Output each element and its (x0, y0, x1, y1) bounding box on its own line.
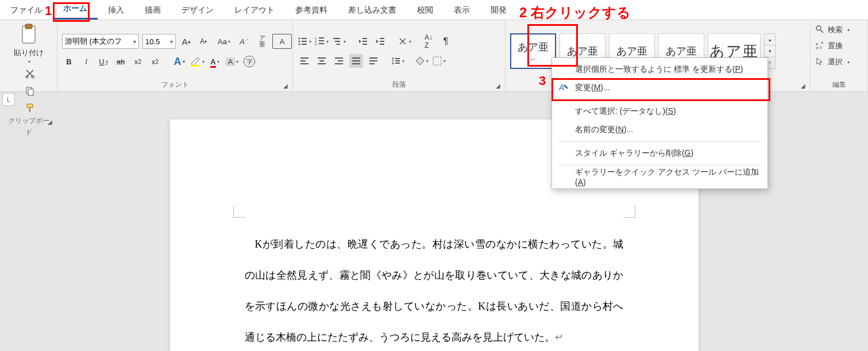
align-right-icon[interactable] (332, 54, 346, 68)
paragraph-dialog-launcher-icon[interactable]: ◢ (496, 80, 500, 92)
font-color-icon[interactable]: A▾ (208, 55, 222, 68)
svg-rect-44 (369, 63, 375, 64)
menu-rename[interactable]: 名前の変更(N)... (552, 121, 767, 139)
menu-select-all[interactable]: すべて選択: (データなし)(S) (552, 102, 767, 121)
margin-crop-tl (233, 206, 245, 218)
menu-separator (558, 165, 762, 165)
clear-formatting-icon[interactable]: A⟋ (238, 34, 252, 48)
select-button[interactable]: 選択▾ (815, 56, 850, 68)
bold-icon[interactable]: B (62, 55, 76, 68)
tab-insert[interactable]: 挿入 (98, 0, 134, 20)
subscript-icon[interactable]: x2 (131, 55, 145, 68)
svg-rect-48 (433, 57, 441, 65)
font-size-dropdown-icon[interactable]: ▾ (167, 38, 175, 45)
tab-draw[interactable]: 描画 (134, 0, 171, 20)
replace-label: 置換 (828, 41, 843, 51)
italic-icon[interactable]: I (79, 55, 93, 68)
superscript-icon[interactable]: x2 (148, 55, 162, 68)
menu-remove-from-gallery[interactable]: スタイル ギャラリーから削除(G) (552, 144, 767, 163)
font-family-combo[interactable]: ▾ (62, 34, 139, 49)
copy-icon[interactable] (23, 84, 37, 98)
multilevel-list-icon[interactable]: ▾ (332, 34, 346, 48)
svg-point-9 (299, 38, 300, 40)
paste-dropdown-icon[interactable]: ▾ (28, 59, 30, 64)
sort-icon[interactable]: A↓Z (422, 34, 435, 48)
tab-design[interactable]: デザイン (171, 0, 224, 20)
document-body[interactable]: Kが到着したのは、晩遅くであった。村は深い雪のなかに横たわっていた。城の山は全然… (245, 229, 624, 351)
phonetic-guide-icon[interactable]: ア亜 (255, 34, 269, 48)
svg-rect-40 (352, 60, 360, 61)
show-hide-icon[interactable]: ¶ (439, 34, 453, 48)
strikethrough-icon[interactable]: ab (114, 55, 128, 68)
tab-layout[interactable]: レイアウト (224, 0, 285, 20)
change-case-icon[interactable]: Aa▾ (217, 34, 231, 48)
highlight-icon[interactable]: ▾ (190, 55, 205, 68)
menu-separator (558, 99, 762, 100)
clipboard-dialog-launcher-icon[interactable]: ◢ (48, 117, 52, 128)
grow-font-icon[interactable]: A▴ (179, 34, 193, 48)
svg-rect-39 (352, 57, 360, 59)
modify-icon: A (558, 82, 569, 95)
paste-icon[interactable] (19, 24, 38, 47)
shrink-font-icon[interactable]: A▾ (196, 34, 210, 48)
style-scroll-down-icon[interactable]: ▾ (765, 45, 775, 57)
svg-rect-14 (302, 44, 307, 45)
style-scroll-up-icon[interactable]: ▴ (765, 34, 775, 45)
underline-icon[interactable]: U▾ (97, 55, 110, 68)
paste-label[interactable]: 貼り付け (14, 48, 44, 58)
styles-dialog-launcher-icon[interactable]: ◢ (801, 80, 805, 92)
paragraph-text: Kが到着したのは、晩遅くであった。村は深い雪のなかに横たわっていた。城の山は全然… (245, 238, 624, 343)
style-sample: あア亜 (518, 40, 549, 54)
svg-rect-23 (337, 44, 340, 45)
svg-point-11 (299, 41, 300, 43)
svg-rect-12 (302, 41, 307, 42)
group-clipboard: 貼り付け ▾ クリップボード ◢ (0, 20, 57, 91)
tab-file[interactable]: ファイル (0, 0, 53, 20)
asian-layout-icon[interactable]: ▾ (398, 34, 411, 48)
menu-modify[interactable]: A 変更(M)... (552, 79, 767, 97)
bullets-icon[interactable]: ▾ (298, 34, 311, 48)
tab-references[interactable]: 参考資料 (285, 0, 338, 20)
borders-icon[interactable]: ▾ (432, 54, 446, 68)
numbering-icon[interactable]: 123▾ (315, 34, 329, 48)
tab-home[interactable]: ホーム (53, 0, 98, 20)
align-center-icon[interactable] (315, 54, 329, 68)
style-item-normal[interactable]: あア亜 ↵ (510, 33, 556, 69)
search-icon (815, 25, 824, 36)
font-size-combo[interactable]: ▾ (142, 34, 176, 49)
decrease-indent-icon[interactable] (356, 34, 370, 48)
group-paragraph-label: 段落 (392, 80, 406, 88)
find-button[interactable]: 検索▾ (815, 24, 850, 36)
font-family-dropdown-icon[interactable]: ▾ (130, 38, 138, 45)
font-family-input[interactable] (63, 35, 130, 48)
character-shading-icon[interactable]: A▾ (225, 55, 239, 68)
character-border-icon[interactable]: A (272, 34, 292, 49)
enclose-characters-icon[interactable]: 字 (242, 55, 256, 68)
increase-indent-icon[interactable] (373, 34, 387, 48)
svg-rect-37 (338, 60, 343, 61)
distribute-icon[interactable] (367, 54, 380, 68)
justify-icon[interactable] (349, 54, 363, 68)
tab-review[interactable]: 校閲 (407, 0, 443, 20)
svg-rect-21 (333, 38, 340, 39)
menu-separator (558, 141, 762, 142)
tab-mailings[interactable]: 差し込み文書 (338, 0, 407, 20)
tab-developer[interactable]: 開発 (480, 0, 517, 20)
replace-button[interactable]: ab 置換 (815, 40, 843, 52)
shading-icon[interactable]: ▾ (415, 54, 429, 68)
font-dialog-launcher-icon[interactable]: ◢ (283, 80, 288, 92)
svg-text:b: b (820, 45, 822, 49)
align-left-icon[interactable] (298, 54, 311, 68)
svg-rect-32 (300, 63, 308, 64)
menu-update-to-match[interactable]: 選択個所と一致するように 標準 を更新する(P) (552, 60, 767, 79)
format-painter-icon[interactable] (23, 101, 37, 115)
menu-label: 変更(M)... (575, 83, 610, 93)
line-spacing-icon[interactable]: ▾ (391, 54, 404, 68)
find-label: 検索 (828, 25, 843, 35)
menu-add-to-qat[interactable]: ギャラリーをクイック アクセス ツール バーに追加(A) (552, 168, 767, 186)
style-sample: あア亜 (666, 44, 697, 58)
cut-icon[interactable] (23, 67, 37, 80)
text-effects-icon[interactable]: A▾ (172, 55, 186, 68)
tab-view[interactable]: 表示 (443, 0, 480, 20)
font-size-input[interactable] (143, 35, 167, 48)
